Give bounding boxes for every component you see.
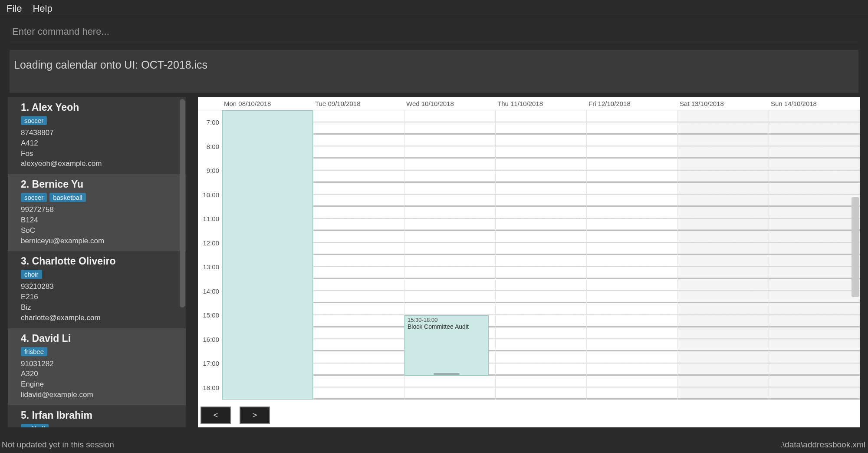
contact-item[interactable]: 5. Irfan Ibrahimsoftball92492021: [8, 405, 186, 427]
event-time: 15:30-18:00: [408, 317, 486, 323]
day-header: Tue 09/10/2018: [313, 100, 404, 107]
time-column: 7:008:009:0010:0011:0012:0013:0014:0015:…: [198, 110, 222, 400]
status-panel: Loading calendar onto UI: OCT-2018.ics: [10, 50, 858, 93]
contact-room: A412: [21, 138, 178, 149]
contacts-panel: 1. Alex Yeohsoccer87438807A412Fosalexyeo…: [8, 97, 186, 427]
contact-item[interactable]: 1. Alex Yeohsoccer87438807A412Fosalexyeo…: [8, 97, 186, 174]
command-row: [0, 17, 868, 42]
contact-item[interactable]: 2. Bernice Yusoccerbasketball99272758B12…: [8, 174, 186, 251]
tag: basketball: [49, 193, 86, 202]
status-text: Loading calendar onto UI: OCT-2018.ics: [14, 59, 207, 71]
time-label: 15:00: [198, 303, 222, 327]
contact-tags: frisbee: [21, 347, 178, 356]
tag: soccer: [21, 193, 47, 202]
calendar-event[interactable]: 15:30-18:00Block Committee Audit: [404, 315, 489, 376]
command-input[interactable]: [10, 22, 858, 42]
tag: frisbee: [21, 347, 47, 356]
contact-fac: Fos: [21, 149, 178, 159]
footer: Not updated yet in this session .\data\a…: [0, 436, 868, 453]
footer-status: Not updated yet in this session: [2, 440, 114, 450]
menubar: File Help: [0, 0, 868, 17]
contact-tags: softball: [21, 424, 178, 427]
time-label: 10:00: [198, 183, 222, 207]
contact-email: charlotte@example.com: [21, 313, 178, 323]
contact-tags: choir: [21, 270, 178, 279]
contact-room: A320: [21, 369, 178, 379]
calendar-nav: < >: [201, 407, 270, 424]
time-label: 9:00: [198, 159, 222, 183]
contact-name: 3. Charlotte Oliveiro: [21, 255, 178, 267]
allday-event[interactable]: [222, 110, 313, 400]
time-label: 17:00: [198, 351, 222, 376]
contact-fac: Biz: [21, 302, 178, 313]
event-resize-handle[interactable]: [434, 373, 460, 375]
time-label: 18:00: [198, 376, 222, 400]
contact-name: 2. Bernice Yu: [21, 179, 178, 190]
contact-name: 5. Irfan Ibrahim: [21, 410, 178, 421]
day-column[interactable]: [587, 110, 678, 400]
tag: soccer: [21, 116, 47, 125]
contact-email: lidavid@example.com: [21, 390, 178, 400]
contact-tags: soccer: [21, 116, 178, 125]
day-header: Mon 08/10/2018: [222, 100, 313, 107]
day-column[interactable]: [769, 110, 860, 400]
calendar: Mon 08/10/2018Tue 09/10/2018Wed 10/10/20…: [198, 97, 860, 427]
tag: softball: [21, 424, 49, 427]
next-week-button[interactable]: >: [240, 407, 270, 424]
contact-email: alexyeoh@example.com: [21, 159, 178, 169]
tag: choir: [21, 270, 42, 279]
contact-phone: 99272758: [21, 205, 178, 215]
contact-room: B124: [21, 215, 178, 225]
contact-fac: SoC: [21, 225, 178, 236]
contact-fac: Engine: [21, 379, 178, 390]
contact-item[interactable]: 3. Charlotte Oliveirochoir93210283E216Bi…: [8, 251, 186, 328]
time-label: 12:00: [198, 231, 222, 255]
day-column[interactable]: [222, 110, 313, 400]
footer-filepath: .\data\addressbook.xml: [780, 440, 865, 450]
contact-tags: soccerbasketball: [21, 193, 178, 202]
menu-help[interactable]: Help: [33, 3, 52, 14]
day-column[interactable]: [313, 110, 404, 400]
time-label: 7:00: [198, 110, 222, 135]
contact-item[interactable]: 4. David Lifrisbee91031282A320Enginelida…: [8, 328, 186, 405]
time-label: 8:00: [198, 135, 222, 159]
menu-file[interactable]: File: [7, 3, 22, 14]
day-header: Fri 12/10/2018: [587, 100, 678, 107]
contact-room: E216: [21, 292, 178, 302]
day-header: Wed 10/10/2018: [404, 100, 496, 107]
time-label: 11:00: [198, 207, 222, 231]
day-header: Thu 11/10/2018: [496, 100, 587, 107]
contact-name: 4. David Li: [21, 333, 178, 344]
contact-email: berniceyu@example.com: [21, 236, 178, 246]
event-title: Block Committee Audit: [408, 323, 486, 330]
contact-phone: 87438807: [21, 128, 178, 138]
contact-name: 1. Alex Yeoh: [21, 102, 178, 113]
time-label: 16:00: [198, 327, 222, 352]
contact-phone: 91031282: [21, 359, 178, 369]
sidebar-scrollbar[interactable]: [180, 99, 185, 308]
day-header: Sat 13/10/2018: [678, 100, 769, 107]
day-column[interactable]: [496, 110, 587, 400]
time-label: 13:00: [198, 255, 222, 279]
day-column[interactable]: [678, 110, 769, 400]
day-header: Sun 14/10/2018: [769, 100, 860, 107]
time-label: 14:00: [198, 279, 222, 304]
day-column[interactable]: 15:30-18:00Block Committee Audit: [404, 110, 496, 400]
contact-phone: 93210283: [21, 281, 178, 292]
calendar-scrollbar[interactable]: [852, 197, 859, 297]
prev-week-button[interactable]: <: [201, 407, 231, 424]
